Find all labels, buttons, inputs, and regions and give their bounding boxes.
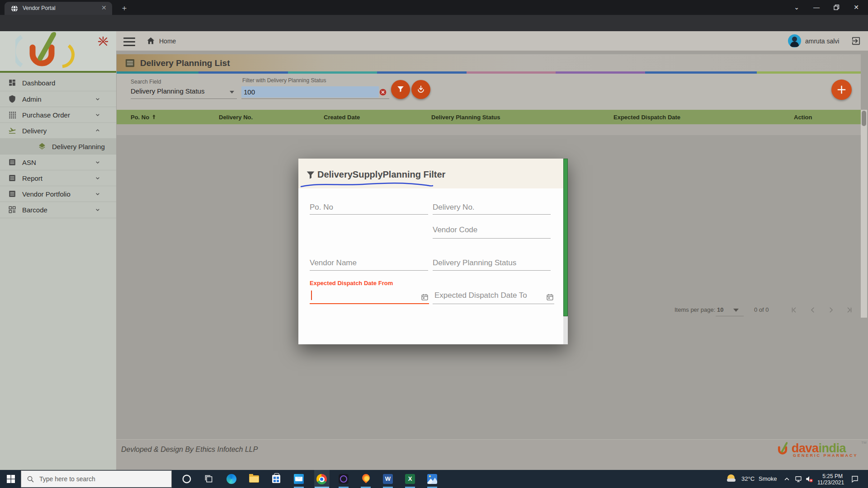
vendor-name-field[interactable]: Vendor Name (310, 258, 357, 267)
tab-close-icon[interactable]: ✕ (101, 4, 107, 11)
po-no-field[interactable]: Po. No (310, 203, 333, 212)
calendar-icon[interactable] (421, 293, 429, 301)
network-icon[interactable] (794, 475, 802, 483)
taskbar-search-placeholder: Type here to search (39, 475, 95, 483)
flame-app-icon[interactable] (361, 474, 370, 484)
dispatch-from-focused-underline[interactable] (310, 303, 429, 304)
tray-date: 11/23/2021 (817, 479, 843, 486)
search-icon (27, 475, 34, 483)
delivery-no-underline (433, 214, 551, 215)
start-button-icon[interactable] (7, 475, 15, 483)
edge-icon[interactable] (226, 474, 236, 484)
window-minimize-button[interactable]: — (807, 0, 826, 15)
dialog-header: DeliverySupplyPlanning Filter (298, 159, 567, 188)
ms-store-icon[interactable] (272, 475, 280, 483)
action-center-icon[interactable] (851, 475, 859, 483)
new-tab-button[interactable]: ＋ (118, 3, 130, 14)
photos-icon[interactable] (427, 474, 437, 484)
screen: Vendor Portal ✕ ＋ ⌄ — ✕ Not secure 115.1… (0, 0, 868, 488)
mail-icon[interactable] (294, 474, 304, 484)
chrome-icon[interactable] (316, 474, 327, 484)
dispatch-to-underline (433, 304, 554, 304)
clock[interactable]: 5:25 PM 11/23/2021 (817, 473, 843, 486)
tray-chevron-up-icon[interactable] (783, 476, 790, 483)
browser-tab-strip: Vendor Portal ✕ ＋ ⌄ — ✕ (0, 0, 868, 15)
excel-icon[interactable]: X (405, 474, 415, 484)
vendor-code-field[interactable]: Vendor Code (433, 225, 477, 235)
weather-icon[interactable] (727, 474, 736, 483)
dispatch-to-field[interactable]: Expected Dispatch Date To (434, 291, 527, 300)
browser-toolbar: Not secure 115.124.96.40:8091/vp/deliver… (0, 15, 868, 31)
window-restore-button[interactable] (826, 0, 846, 15)
browser-tab[interactable]: Vendor Portal ✕ (5, 2, 112, 15)
tab-search-chevron-icon[interactable]: ⌄ (787, 0, 807, 15)
volume-muted-icon[interactable] (805, 475, 813, 483)
dialog-title: DeliverySupplyPlanning Filter (317, 169, 445, 180)
dp-status-underline (433, 270, 551, 271)
dispatch-from-label: Expected Dispatch Date From (310, 280, 393, 286)
title-underline-scribble (299, 181, 435, 188)
vendor-code-underline (433, 238, 551, 239)
task-view-icon[interactable] (204, 474, 213, 483)
delivery-no-field[interactable]: Delivery No. (433, 203, 475, 212)
word-icon[interactable]: W (383, 474, 393, 484)
tab-title: Vendor Portal (23, 5, 56, 11)
po-no-underline (310, 214, 428, 215)
taskbar-search-box[interactable]: Type here to search (21, 470, 172, 488)
vendor-name-underline (310, 270, 428, 271)
funnel-icon (306, 170, 315, 179)
dialog-scrollbar-thumb[interactable] (563, 159, 568, 316)
filter-dialog: DeliverySupplyPlanning Filter Po. No Del… (298, 159, 567, 344)
tab-favicon-globe-icon (11, 5, 18, 12)
file-explorer-icon[interactable] (249, 475, 259, 483)
tray-temperature[interactable]: 32°C (741, 475, 755, 482)
text-cursor (311, 291, 312, 300)
dp-status-field[interactable]: Delivery Planning Status (433, 258, 516, 267)
calendar-icon[interactable] (546, 293, 554, 301)
dialog-scrollbar-track[interactable] (563, 159, 568, 344)
nox-player-icon[interactable] (339, 474, 349, 484)
cortana-icon[interactable] (182, 474, 192, 484)
tray-time: 5:25 PM (817, 473, 843, 479)
tray-condition[interactable]: Smoke (759, 475, 777, 482)
window-close-button[interactable]: ✕ (846, 0, 866, 15)
